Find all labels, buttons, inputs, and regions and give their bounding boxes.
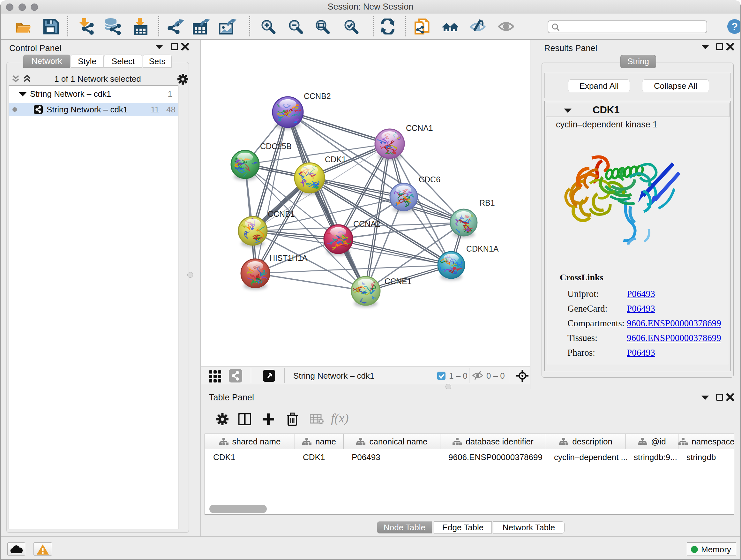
svg-text:HIST1H1A: HIST1H1A	[269, 253, 308, 262]
svg-text:RB1: RB1	[479, 198, 495, 207]
svg-text:CCNE1: CCNE1	[385, 277, 412, 286]
svg-text:CCNB1: CCNB1	[268, 209, 295, 219]
svg-text:CCNB2: CCNB2	[304, 91, 331, 101]
svg-text:CCNA1: CCNA1	[406, 124, 433, 132]
svg-text:CCNA2: CCNA2	[353, 219, 381, 228]
svg-text:CDC25B: CDC25B	[260, 142, 292, 151]
svg-text:CDK1: CDK1	[325, 155, 346, 164]
svg-text:CDC6: CDC6	[419, 175, 441, 184]
svg-text:CDKN1A: CDKN1A	[466, 244, 499, 253]
